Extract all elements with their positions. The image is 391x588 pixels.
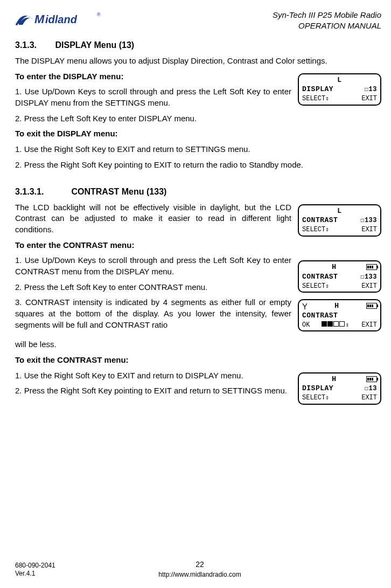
lcd-main: CONTRAST — [302, 312, 338, 320]
doc-version: Ver.4.1 — [15, 570, 55, 578]
lcd-main: DISPLAY — [302, 384, 333, 392]
lcd-softkey-right: EXIT — [361, 282, 377, 290]
brand-logo: M idland ® — [15, 10, 117, 28]
lcd-top: L — [337, 76, 341, 84]
exit-display-step1: 1. Use the Right Soft Key to EXIT and re… — [15, 144, 385, 155]
lcd-top: L — [337, 207, 341, 215]
svg-point-0 — [16, 23, 18, 25]
doc-title: Syn-Tech III P25 Mobile Radio OPERATION … — [273, 10, 385, 31]
lcd-softkey-left: SELECT⇕ — [302, 95, 329, 102]
svg-text:M: M — [34, 12, 45, 26]
lcd-softkey-left: SELECT⇕ — [302, 282, 329, 290]
lcd-code: ☐133 — [360, 273, 377, 281]
antenna-icon — [302, 302, 308, 310]
svg-text:idland: idland — [45, 13, 78, 25]
lcd-main: CONTRAST — [302, 273, 338, 281]
lcd-top: H — [332, 263, 336, 271]
lcd-softkey-left: OK — [302, 321, 310, 329]
lcd-top: H — [334, 302, 339, 310]
lcd-screen-display-13: L DISPLAY☐13 SELECT⇕EXIT — [298, 73, 381, 106]
exit-display-heading: To exit the DISPLAY menu: — [15, 128, 385, 140]
lcd-softkey-left: SELECT⇕ — [302, 394, 329, 402]
doc-title-line2: OPERATION MANUAL — [273, 20, 381, 31]
lcd-screen-contrast-133-h: H CONTRAST☐133 SELECT⇕EXIT — [298, 260, 381, 293]
page-header: M idland ® Syn-Tech III P25 Mobile Radio… — [15, 10, 385, 31]
exit-contrast-heading: To exit the CONTRAST menu: — [15, 355, 385, 366]
lcd-softkey-right: EXIT — [361, 95, 377, 102]
exit-display-step2: 2. Press the Right Soft Key pointing to … — [15, 160, 385, 171]
section-number: 3.1.3. — [15, 40, 53, 50]
lcd-code: ☐133 — [360, 216, 377, 224]
page-footer: 680-090-2041 Ver.4.1 22 http://www.midla… — [15, 560, 385, 578]
lcd-softkey-left: SELECT⇕ — [302, 226, 329, 233]
battery-icon — [366, 303, 377, 309]
contrast-segments-icon: ⇕ — [322, 321, 350, 329]
section-title: CONTRAST Menu (133) — [71, 187, 166, 196]
battery-icon — [366, 264, 377, 270]
section-heading-display: 3.1.3. DISPLAY Menu (13) — [15, 40, 385, 50]
lcd-screen-contrast-133-l: L CONTRAST☐133 SELECT⇕EXIT — [298, 204, 381, 237]
lcd-main: CONTRAST — [302, 216, 338, 224]
battery-icon — [366, 376, 377, 382]
doc-number: 680-090-2041 — [15, 562, 55, 570]
midland-logo-icon: M idland ® — [15, 10, 117, 28]
lcd-main: DISPLAY — [302, 85, 333, 93]
lcd-softkey-right: EXIT — [361, 394, 377, 402]
lcd-screen-contrast-segments: H CONTRAST OK ⇕ EXIT — [298, 299, 381, 331]
section-heading-contrast: 3.1.3.1. CONTRAST Menu (133) — [15, 187, 385, 197]
enter-contrast-heading: To enter the CONTRAST menu: — [15, 240, 385, 251]
enter-contrast-step3b: will be less. — [15, 339, 385, 350]
section-number: 3.1.3.1. — [15, 187, 69, 197]
svg-text:®: ® — [97, 12, 101, 17]
enter-display-step2: 2. Press the Left Soft Key to enter DISP… — [15, 113, 385, 124]
footer-url: http://www.midlandradio.com — [158, 571, 241, 578]
lcd-top: H — [332, 375, 336, 383]
section1-intro: The DISPLAY menu allows you to adjust Di… — [15, 56, 385, 67]
lcd-code: ☐13 — [365, 85, 377, 93]
doc-title-line1: Syn-Tech III P25 Mobile Radio — [273, 10, 381, 20]
lcd-softkey-right: EXIT — [361, 226, 377, 233]
page-number: 22 — [15, 560, 385, 569]
lcd-code: ☐13 — [365, 384, 377, 392]
lcd-softkey-right: EXIT — [361, 321, 377, 329]
section-title: DISPLAY Menu (13) — [55, 40, 134, 50]
lcd-screen-display-13-h: H DISPLAY☐13 SELECT⇕EXIT — [298, 372, 381, 405]
